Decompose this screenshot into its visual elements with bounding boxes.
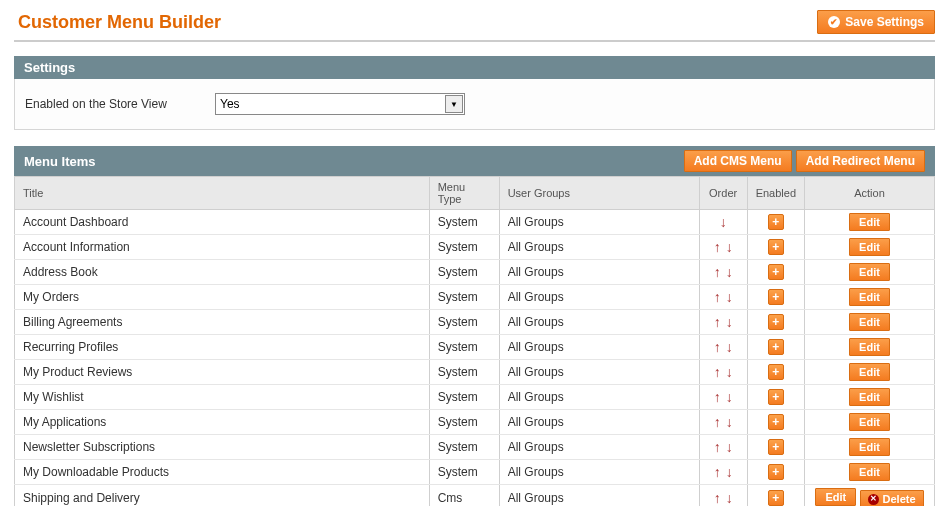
edit-button[interactable]: Edit [849, 263, 890, 281]
enable-toggle[interactable]: + [768, 464, 784, 480]
table-row: Newsletter SubscriptionsSystemAll Groups… [15, 435, 935, 460]
move-down-icon[interactable]: ↓ [723, 439, 735, 455]
edit-button[interactable]: Edit [849, 413, 890, 431]
save-settings-button[interactable]: ✔ Save Settings [817, 10, 935, 34]
move-up-icon[interactable]: ↑ [711, 439, 723, 455]
row-title: Account Dashboard [15, 210, 430, 235]
move-up-icon[interactable]: ↑ [711, 464, 723, 480]
edit-button[interactable]: Edit [849, 363, 890, 381]
col-groups: User Groups [499, 177, 699, 210]
edit-button[interactable]: Edit [815, 488, 856, 506]
row-action: Edit [805, 385, 935, 410]
row-order: ↑↓ [699, 435, 747, 460]
edit-button[interactable]: Edit [849, 388, 890, 406]
row-groups: All Groups [499, 335, 699, 360]
row-order: ↑↓ [699, 335, 747, 360]
move-up-icon[interactable]: ↑ [711, 289, 723, 305]
enabled-store-view-label: Enabled on the Store View [25, 97, 215, 111]
row-order: ↑↓ [699, 410, 747, 435]
move-down-icon[interactable]: ↓ [723, 264, 735, 280]
row-type: System [429, 435, 499, 460]
col-title: Title [15, 177, 430, 210]
move-up-icon[interactable]: ↑ [711, 239, 723, 255]
edit-button[interactable]: Edit [849, 288, 890, 306]
table-row: My ApplicationsSystemAll Groups↑↓+Edit [15, 410, 935, 435]
edit-button[interactable]: Edit [849, 238, 890, 256]
row-groups: All Groups [499, 435, 699, 460]
col-order: Order [699, 177, 747, 210]
move-down-icon[interactable]: ↓ [717, 214, 729, 230]
row-order: ↑↓ [699, 285, 747, 310]
edit-button[interactable]: Edit [849, 213, 890, 231]
row-type: System [429, 285, 499, 310]
enabled-store-view-select[interactable]: Yes [215, 93, 465, 115]
enable-toggle[interactable]: + [768, 414, 784, 430]
row-title: Account Information [15, 235, 430, 260]
row-title: My Orders [15, 285, 430, 310]
row-title: Recurring Profiles [15, 335, 430, 360]
move-up-icon[interactable]: ↑ [711, 490, 723, 506]
enable-toggle[interactable]: + [768, 439, 784, 455]
move-up-icon[interactable]: ↑ [711, 364, 723, 380]
row-title: My Product Reviews [15, 360, 430, 385]
row-enabled: + [747, 310, 804, 335]
table-row: Address BookSystemAll Groups↑↓+Edit [15, 260, 935, 285]
row-groups: All Groups [499, 360, 699, 385]
row-groups: All Groups [499, 485, 699, 507]
row-enabled: + [747, 385, 804, 410]
row-type: System [429, 360, 499, 385]
add-cms-menu-button[interactable]: Add CMS Menu [684, 150, 792, 172]
row-enabled: + [747, 360, 804, 385]
move-down-icon[interactable]: ↓ [723, 239, 735, 255]
move-down-icon[interactable]: ↓ [723, 490, 735, 506]
enable-toggle[interactable]: + [768, 490, 784, 506]
row-type: System [429, 210, 499, 235]
row-action: Edit ✕Delete [805, 485, 935, 507]
edit-button[interactable]: Edit [849, 338, 890, 356]
edit-button[interactable]: Edit [849, 313, 890, 331]
row-type: System [429, 410, 499, 435]
row-groups: All Groups [499, 235, 699, 260]
enable-toggle[interactable]: + [768, 239, 784, 255]
enable-toggle[interactable]: + [768, 364, 784, 380]
enable-toggle[interactable]: + [768, 314, 784, 330]
delete-button[interactable]: ✕Delete [860, 490, 924, 506]
row-action: Edit [805, 435, 935, 460]
row-order: ↑↓ [699, 460, 747, 485]
edit-button[interactable]: Edit [849, 438, 890, 456]
enable-toggle[interactable]: + [768, 214, 784, 230]
row-action: Edit [805, 260, 935, 285]
row-type: System [429, 335, 499, 360]
enable-toggle[interactable]: + [768, 339, 784, 355]
move-up-icon[interactable]: ↑ [711, 414, 723, 430]
row-enabled: + [747, 485, 804, 507]
save-settings-label: Save Settings [845, 15, 924, 29]
menu-items-table: Title Menu Type User Groups Order Enable… [14, 176, 935, 506]
move-up-icon[interactable]: ↑ [711, 339, 723, 355]
move-down-icon[interactable]: ↓ [723, 289, 735, 305]
row-enabled: + [747, 335, 804, 360]
row-action: Edit [805, 460, 935, 485]
table-row: Recurring ProfilesSystemAll Groups↑↓+Edi… [15, 335, 935, 360]
enable-toggle[interactable]: + [768, 389, 784, 405]
row-enabled: + [747, 460, 804, 485]
move-up-icon[interactable]: ↑ [711, 314, 723, 330]
enable-toggle[interactable]: + [768, 264, 784, 280]
row-title: Address Book [15, 260, 430, 285]
move-up-icon[interactable]: ↑ [711, 264, 723, 280]
move-down-icon[interactable]: ↓ [723, 364, 735, 380]
move-down-icon[interactable]: ↓ [723, 464, 735, 480]
move-down-icon[interactable]: ↓ [723, 414, 735, 430]
menu-items-panel-title: Menu Items [24, 154, 96, 169]
move-down-icon[interactable]: ↓ [723, 339, 735, 355]
row-enabled: + [747, 260, 804, 285]
move-down-icon[interactable]: ↓ [723, 389, 735, 405]
table-row: Billing AgreementsSystemAll Groups↑↓+Edi… [15, 310, 935, 335]
move-up-icon[interactable]: ↑ [711, 389, 723, 405]
add-redirect-menu-button[interactable]: Add Redirect Menu [796, 150, 925, 172]
table-row: My Downloadable ProductsSystemAll Groups… [15, 460, 935, 485]
enable-toggle[interactable]: + [768, 289, 784, 305]
move-down-icon[interactable]: ↓ [723, 314, 735, 330]
row-enabled: + [747, 410, 804, 435]
edit-button[interactable]: Edit [849, 463, 890, 481]
